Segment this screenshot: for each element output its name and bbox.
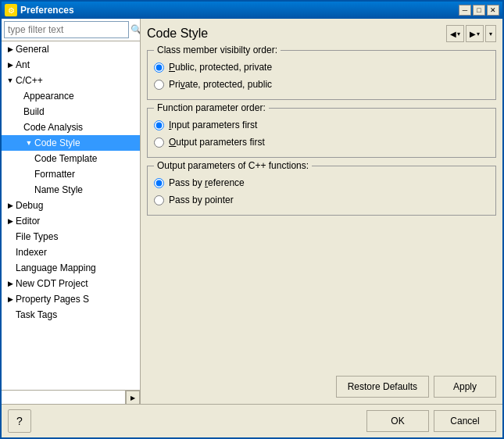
radio-pass-by-ref-input[interactable] [154, 178, 164, 188]
tree-toggle-new-cdt-project: ▶ [5, 278, 16, 289]
nav-menu-drop-icon: ▾ [489, 30, 492, 37]
radio-public-first-input[interactable] [154, 62, 164, 73]
bottom-scroll-bar: ▶ [2, 390, 140, 404]
dialog-row: ? OK Cancel [8, 409, 496, 433]
radio-output-first[interactable]: Output parameters first [154, 134, 489, 151]
sidebar-label-ant: Ant [16, 59, 30, 70]
filter-box: 🔍 [2, 19, 140, 41]
radio-pass-by-ptr[interactable]: Pass by pointer [154, 191, 489, 209]
sidebar-label-cpp: C/C++ [16, 75, 43, 86]
sidebar-label-editor: Editor [16, 216, 40, 227]
class-member-legend: Class member visibilty order: [154, 45, 281, 55]
output-params-legend: Output parameters of C++ functions: [154, 160, 312, 171]
preferences-window: ⚙ Preferences ─ □ ✕ 🔍 ▶ General [0, 0, 504, 439]
sidebar-label-property-pages: Property Pages S [16, 294, 89, 305]
sidebar-label-build: Build [23, 106, 45, 117]
radio-public-first-label: Public, protected, private [169, 62, 272, 73]
maximize-button[interactable]: □ [473, 5, 485, 16]
tree-scroll-container: ▶ General ▶ Ant ▼ C/C++ Ap [2, 41, 140, 390]
sidebar-item-file-types[interactable]: ▶ File Types [2, 229, 140, 244]
radio-output-first-label: Output parameters first [169, 137, 265, 148]
title-bar: ⚙ Preferences ─ □ ✕ [2, 2, 502, 19]
bottom-bar: ? OK Cancel [2, 404, 502, 437]
forward-arrow-icon: ▶ [470, 30, 476, 38]
apply-button[interactable]: Apply [434, 376, 496, 398]
window-title: Preferences [20, 5, 74, 16]
sidebar-label-formatter: Formatter [34, 169, 75, 180]
cancel-button[interactable]: Cancel [434, 410, 496, 432]
ok-button[interactable]: OK [366, 410, 429, 432]
sidebar-label-task-tags: Task Tags [16, 309, 57, 320]
radio-pass-by-ref-label: Pass by reference [169, 177, 245, 188]
sidebar-item-code-analysis[interactable]: Code Analysis [2, 120, 140, 135]
sidebar-item-formatter[interactable]: Formatter [2, 166, 140, 182]
sidebar-label-appearance: Appearance [23, 91, 74, 102]
scroll-right-button[interactable]: ▶ [126, 391, 140, 404]
sidebar-item-task-tags[interactable]: ▶ Task Tags [2, 307, 140, 323]
sidebar-item-property-pages[interactable]: ▶ Property Pages S [2, 291, 140, 307]
radio-input-first-label: Input parameters first [169, 120, 257, 130]
help-button[interactable]: ? [8, 409, 31, 433]
window-controls: ─ □ ✕ [459, 5, 499, 16]
restore-defaults-button[interactable]: Restore Defaults [336, 376, 429, 398]
radio-pass-by-ptr-input[interactable] [154, 195, 164, 205]
nav-buttons: ◀ ▾ ▶ ▾ ▾ [446, 25, 496, 42]
radio-private-first-label: Private, protected, public [169, 79, 272, 90]
sidebar-item-name-style[interactable]: Name Style [2, 182, 140, 198]
sidebar-label-code-template: Code Template [34, 153, 98, 164]
sidebar-item-general[interactable]: ▶ General [2, 41, 140, 57]
sidebar-label-code-style: Code Style [34, 137, 80, 148]
tree-toggle-debug: ▶ [5, 200, 16, 211]
tree-area: ▶ General ▶ Ant ▼ C/C++ Ap [2, 41, 140, 390]
content-area: 🔍 ▶ General ▶ Ant ▼ [2, 19, 502, 404]
tree-toggle-ant: ▶ [5, 59, 16, 70]
horizontal-scrollbar[interactable] [2, 391, 126, 404]
tree-toggle-code-style: ▼ [23, 137, 34, 148]
sidebar-item-build[interactable]: Build [2, 104, 140, 120]
radio-public-first[interactable]: Public, protected, private [154, 59, 489, 76]
radio-input-first-input[interactable] [154, 120, 164, 130]
back-drop-icon: ▾ [457, 30, 460, 37]
forward-drop-icon: ▾ [477, 30, 480, 37]
right-panel: Code Style ◀ ▾ ▶ ▾ ▾ Class [141, 19, 502, 404]
tree-toggle-general: ▶ [5, 44, 16, 55]
minimize-button[interactable]: ─ [459, 5, 471, 16]
sidebar-item-editor[interactable]: ▶ Editor [2, 213, 140, 229]
sidebar-label-general: General [16, 44, 49, 55]
dialog-buttons: OK Cancel [366, 410, 496, 432]
tree-toggle-cpp: ▼ [5, 75, 16, 86]
back-nav-button[interactable]: ◀ ▾ [446, 25, 464, 42]
radio-private-first[interactable]: Private, protected, public [154, 76, 489, 93]
nav-menu-button[interactable]: ▾ [485, 25, 496, 42]
sidebar-item-new-cdt-project[interactable]: ▶ New CDT Project [2, 276, 140, 291]
back-arrow-icon: ◀ [450, 30, 456, 38]
sidebar-label-new-cdt-project: New CDT Project [16, 278, 88, 289]
radio-private-first-input[interactable] [154, 80, 164, 90]
sidebar-item-ant[interactable]: ▶ Ant [2, 57, 140, 73]
filter-icon[interactable]: 🔍 [130, 22, 141, 37]
radio-input-first[interactable]: Input parameters first [154, 116, 489, 134]
sidebar-item-cpp[interactable]: ▼ C/C++ [2, 73, 140, 88]
filter-input[interactable] [4, 21, 129, 38]
sidebar-item-indexer[interactable]: ▶ Indexer [2, 244, 140, 260]
class-member-group: Class member visibilty order: Public, pr… [147, 50, 496, 100]
sidebar-item-code-style[interactable]: ▼ Code Style [2, 135, 140, 151]
sidebar-item-language-mapping[interactable]: ▶ Language Mapping [2, 260, 140, 276]
radio-pass-by-ptr-label: Pass by pointer [169, 195, 234, 205]
action-row: Restore Defaults Apply [147, 376, 496, 398]
function-param-legend: Function parameter order: [154, 102, 269, 113]
sidebar-label-file-types: File Types [16, 231, 58, 242]
sidebar-item-appearance[interactable]: Appearance [2, 88, 140, 104]
window-icon: ⚙ [5, 4, 17, 16]
sidebar-item-debug[interactable]: ▶ Debug [2, 198, 140, 213]
function-param-group: Function parameter order: Input paramete… [147, 108, 496, 158]
sidebar-label-name-style: Name Style [34, 184, 83, 195]
right-header: Code Style ◀ ▾ ▶ ▾ ▾ [147, 25, 496, 42]
sidebar-label-debug: Debug [16, 200, 43, 211]
close-button[interactable]: ✕ [487, 5, 499, 16]
radio-output-first-input[interactable] [154, 137, 164, 148]
sidebar-item-code-template[interactable]: Code Template [2, 151, 140, 166]
radio-pass-by-ref[interactable]: Pass by reference [154, 174, 489, 191]
tree-toggle-editor: ▶ [5, 216, 16, 227]
forward-nav-button[interactable]: ▶ ▾ [466, 25, 484, 42]
